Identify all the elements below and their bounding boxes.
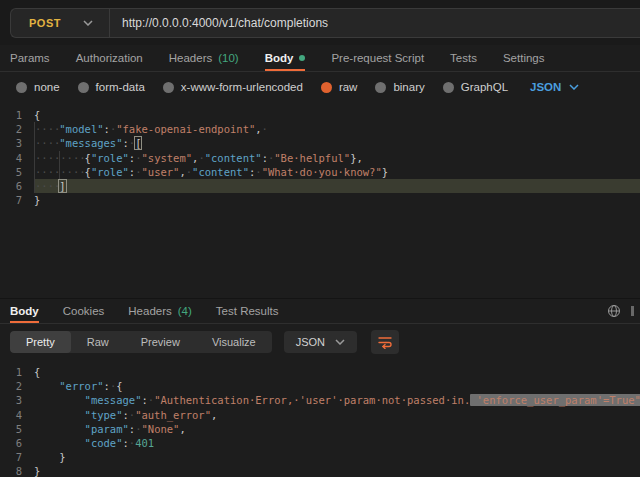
code-token: { [34,366,40,378]
code-token: "None" [141,423,179,435]
radio-graphql[interactable]: GraphQL [443,81,508,93]
radio-form-data[interactable]: form-data [78,81,145,93]
code-text: ····] [34,179,640,193]
request-tabs: Params Authorization Headers(10) Body Pr… [0,45,640,72]
response-tab-headers[interactable]: Headers(4) [128,299,192,323]
code-text: } [34,450,640,464]
code-text: "type":·"auth_error", [34,408,640,422]
radio-icon [375,82,386,93]
url-bar: POST http://0.0.0.0:4000/v1/chat/complet… [10,8,640,38]
body-type-row: none form-data x-www-form-urlencoded raw… [0,72,640,102]
line-number: 3 [0,136,34,150]
code-token: , [179,423,185,435]
code-token: "type" [85,409,123,421]
code-line[interactable]: 2"error":·{ [0,379,640,393]
code-text: { [34,108,640,122]
body-indicator-dot [299,55,305,61]
view-visualize[interactable]: Visualize [196,331,272,353]
tab-tests[interactable]: Tests [450,45,477,71]
response-toolbar: Pretty Raw Preview Visualize JSON [0,324,640,359]
code-text: "code":·401 [34,436,640,450]
response-tabs: Body Cookies Headers(4) Test Results [0,298,640,324]
indent-guide: ···· [34,165,59,179]
radio-selected-icon [321,82,332,93]
code-token: [ [134,136,142,150]
code-token: "model" [59,123,103,135]
indent-guide: ···· [34,136,59,150]
code-text: } [34,193,640,207]
radio-x-www-form-urlencoded[interactable]: x-www-form-urlencoded [163,81,303,93]
line-number: 4 [0,408,34,422]
code-token: } [59,451,65,463]
response-body-editor[interactable]: 1{2"error":·{3"message":·"Authentication… [0,359,640,477]
code-token: "message" [85,394,142,406]
indent-guide: ···· [59,165,84,179]
line-number: 1 [0,108,34,122]
radio-binary[interactable]: binary [375,81,424,93]
tab-settings[interactable]: Settings [503,45,545,71]
line-number: 7 [0,193,34,207]
headers-count: (10) [218,52,238,64]
code-token: "What·do·you·know?" [262,166,382,178]
code-token: "role" [91,166,129,178]
code-token: "fake-openai-endpoint" [116,123,255,135]
code-text: "error":·{ [34,379,640,393]
request-body-editor[interactable]: 1{2····"model":·"fake-openai-endpoint",·… [0,102,640,298]
code-token: ] [58,179,66,193]
code-line[interactable]: 1{ [0,365,640,379]
line-number: 8 [0,464,34,477]
radio-icon [16,82,27,93]
url-input[interactable]: http://0.0.0.0:4000/v1/chat/completions [110,16,328,30]
code-token: "user" [141,166,179,178]
radio-none[interactable]: none [16,81,60,93]
response-tab-cookies[interactable]: Cookies [63,299,105,323]
response-format-dropdown[interactable]: JSON [284,331,357,353]
code-line[interactable]: 3····"messages":·[ [0,136,640,150]
code-text: "message":·"Authentication·Error,·'user'… [34,393,640,407]
view-preview[interactable]: Preview [125,331,196,353]
method-label: POST [29,17,61,29]
request-url-row: POST http://0.0.0.0:4000/v1/chat/complet… [0,0,640,45]
code-line[interactable]: 5"param":·"None", [0,422,640,436]
code-line[interactable]: 7} [0,193,640,207]
radio-icon [163,82,174,93]
code-text: ····"model":·"fake-openai-endpoint",· [34,122,640,136]
chevron-down-icon [83,20,93,26]
code-line[interactable]: 3"message":·"Authentication·Error,·'user… [0,393,640,407]
code-line[interactable]: 6"code":·401 [0,436,640,450]
view-pretty[interactable]: Pretty [10,331,71,353]
code-line[interactable]: 5········{"role":·"user",·"content":·"Wh… [0,165,640,179]
code-line[interactable]: 4"type":·"auth_error", [0,408,640,422]
code-token: "code" [85,437,123,449]
indent-guide: ···· [34,151,59,165]
code-token: 'enforce_user_param'=True" [470,394,640,406]
code-text: ········{"role":·"user",·"content":·"Wha… [34,165,640,179]
code-line[interactable]: 6····] [0,179,640,193]
line-number: 2 [0,379,34,393]
code-line[interactable]: 8} [0,464,640,477]
response-tab-body[interactable]: Body [10,299,39,323]
code-line[interactable]: 2····"model":·"fake-openai-endpoint",· [0,122,640,136]
view-raw[interactable]: Raw [71,331,125,353]
tab-authorization[interactable]: Authorization [76,45,143,71]
tab-pre-request-script[interactable]: Pre-request Script [331,45,424,71]
code-line[interactable]: 4········{"role":·"system",·"content":·"… [0,151,640,165]
line-number: 7 [0,450,34,464]
indent-guide: ···· [59,151,84,165]
code-line[interactable]: 7} [0,450,640,464]
wrap-text-button[interactable] [371,330,399,354]
globe-icon[interactable] [607,304,621,318]
tab-body[interactable]: Body [265,45,306,71]
tab-headers[interactable]: Headers(10) [169,45,239,71]
language-dropdown[interactable]: JSON [530,81,579,93]
code-token: "role" [91,152,129,164]
method-dropdown[interactable]: POST [11,17,109,29]
line-number: 6 [0,179,34,193]
radio-raw[interactable]: raw [321,81,358,93]
response-tab-test-results[interactable]: Test Results [216,299,279,323]
tab-params[interactable]: Params [10,45,50,71]
view-switcher: Pretty Raw Preview Visualize [10,331,272,353]
code-line[interactable]: 1{ [0,108,640,122]
code-token: "auth_error" [135,409,211,421]
line-number: 6 [0,436,34,450]
